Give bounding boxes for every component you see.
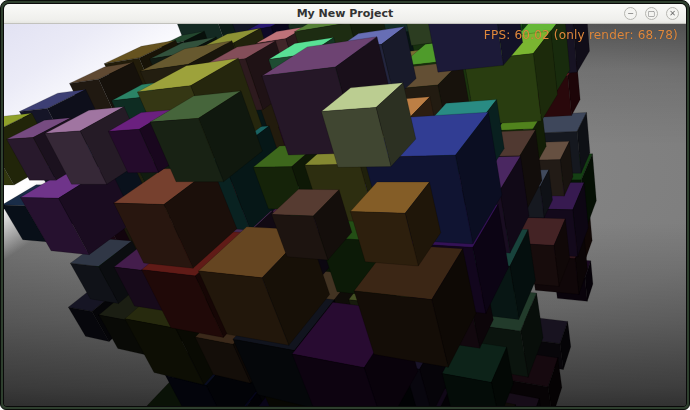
close-button[interactable]: ✕ bbox=[666, 7, 679, 20]
window-title: My New Project bbox=[4, 4, 686, 23]
app-frame: My New Project − ▢ ✕ FPS: 60.02 (only re… bbox=[3, 3, 687, 407]
window-controls: − ▢ ✕ bbox=[624, 7, 686, 20]
titlebar[interactable]: My New Project − ▢ ✕ bbox=[4, 4, 686, 24]
render-viewport[interactable]: FPS: 60.02 (only render: 68.78) bbox=[4, 24, 686, 406]
minimize-button[interactable]: − bbox=[624, 7, 637, 20]
scene-canvas[interactable] bbox=[4, 24, 686, 406]
close-icon: ✕ bbox=[669, 8, 676, 19]
maximize-icon: ▢ bbox=[648, 8, 656, 19]
app-window: My New Project − ▢ ✕ FPS: 60.02 (only re… bbox=[0, 0, 690, 410]
minimize-icon: − bbox=[627, 8, 634, 19]
fps-counter: FPS: 60.02 (only render: 68.78) bbox=[484, 28, 678, 42]
maximize-button[interactable]: ▢ bbox=[645, 7, 658, 20]
